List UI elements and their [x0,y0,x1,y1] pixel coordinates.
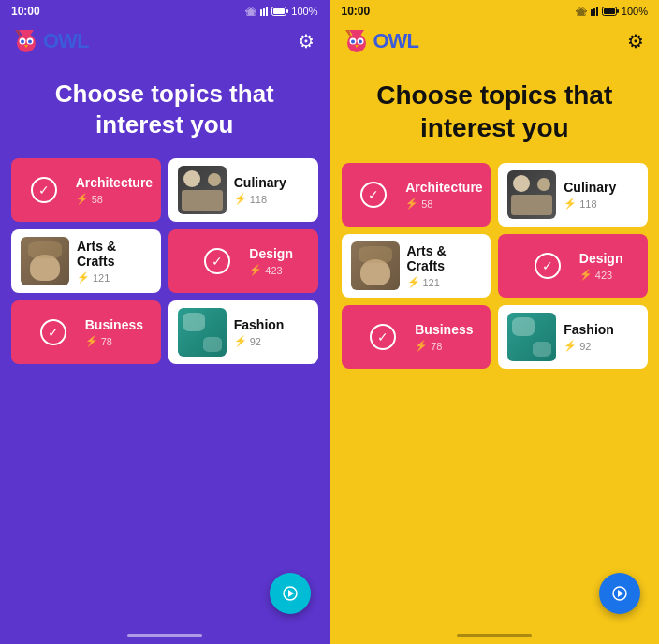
topic-count: ⚡78 [85,335,143,347]
bottom-indicator [457,634,532,637]
svg-point-27 [359,40,362,44]
status-icons: 100% [245,6,317,17]
topic-card[interactable]: Arts & Crafts ⚡121 [11,229,161,293]
topic-thumb [21,237,69,285]
topic-thumb [351,242,400,290]
topic-card[interactable]: Arts & Crafts ⚡121 [342,234,491,298]
topic-count: ⚡121 [77,271,152,284]
check-circle: ✓ [204,248,230,274]
topic-name: Design [579,251,623,266]
topic-count: ⚡121 [407,276,482,288]
topic-name: Architecture [405,180,482,195]
heading-text: Choose topics that interest you [353,79,637,144]
logo: OWL [11,28,88,54]
logo-text: OWL [373,29,418,53]
topics-grid: ✓ Architecture ⚡58 Culinary ⚡118 [330,163,660,369]
topic-card-checked[interactable]: ✓ Design ⚡423 [168,229,318,293]
top-bar: OWL ⚙ [330,22,660,60]
topic-thumb [507,170,556,219]
topic-card-checked[interactable]: ✓ Design ⚡423 [498,234,648,298]
top-bar: OWL ⚙ [0,22,330,60]
topic-thumb [507,313,556,361]
svg-rect-17 [596,7,598,16]
check-circle: ✓ [40,319,66,345]
topic-thumb [178,166,227,214]
phone-screen: 10:00 100% [0,0,330,644]
topic-card-checked[interactable]: ✓ Architecture ⚡58 [11,158,161,222]
bottom-indicator [127,634,202,637]
status-bar: 10:00 100% [0,0,330,22]
topic-count: ⚡58 [76,193,153,205]
topic-info: Architecture ⚡58 [76,175,153,205]
svg-point-12 [28,40,32,44]
logo: OWL [342,28,418,54]
topic-info: Design ⚡423 [249,246,293,276]
svg-rect-4 [273,8,285,14]
topic-count: ⚡423 [579,269,623,281]
svg-rect-0 [260,9,262,16]
topic-count: ⚡92 [234,335,285,347]
topic-name: Arts & Crafts [407,243,482,273]
owl-logo-icon [11,28,41,54]
fab-button[interactable] [599,573,640,614]
status-time: 10:00 [11,5,40,18]
topic-info: Business ⚡78 [85,317,143,347]
topic-count: ⚡92 [564,340,614,352]
svg-rect-19 [604,8,615,14]
fab-button[interactable] [270,573,311,614]
svg-rect-20 [617,9,619,13]
topic-info: Fashion ⚡92 [564,322,614,352]
topic-name: Arts & Crafts [77,239,152,269]
svg-point-26 [351,40,355,44]
svg-point-8 [17,34,36,52]
topic-name: Fashion [234,317,285,332]
topic-name: Design [249,246,293,261]
phone-screen: 10:00 100% [330,0,660,644]
topic-card[interactable]: Fashion ⚡92 [498,305,648,369]
svg-rect-16 [593,8,595,16]
topic-card-checked[interactable]: ✓ Architecture ⚡58 [342,163,491,227]
svg-rect-1 [263,8,265,16]
svg-point-11 [21,40,24,44]
topic-thumb [178,308,227,357]
topic-name: Fashion [564,322,614,337]
topic-card-checked[interactable]: ✓ Business ⚡78 [11,300,161,364]
svg-rect-15 [591,9,593,16]
gear-icon[interactable]: ⚙ [627,30,644,52]
gear-icon[interactable]: ⚙ [298,30,315,52]
heading: Choose topics that interest you [0,60,330,158]
topic-card[interactable]: Culinary ⚡118 [168,158,318,222]
topic-count: ⚡118 [234,193,286,205]
topic-info: Culinary ⚡118 [564,180,616,210]
topic-name: Culinary [564,180,616,195]
topic-name: Culinary [234,175,286,190]
check-circle: ✓ [360,182,387,208]
heading-text: Choose topics that interest you [22,79,307,139]
topic-info: Design ⚡423 [579,251,623,281]
topic-card[interactable]: Fashion ⚡92 [168,300,318,364]
logo-text: OWL [43,29,88,53]
svg-rect-2 [266,7,268,16]
topics-grid: ✓ Architecture ⚡58 Culinary ⚡118 [0,158,330,364]
topic-card-checked[interactable]: ✓ Business ⚡78 [342,305,491,369]
topic-name: Business [415,322,473,337]
topic-info: Business ⚡78 [415,322,473,352]
topic-info: Architecture ⚡58 [405,180,482,210]
status-time: 10:00 [342,5,371,18]
battery-text: 100% [622,6,648,17]
heading: Choose topics that interest you [330,60,660,163]
battery-text: 100% [291,6,317,17]
topic-info: Fashion ⚡92 [234,317,285,347]
topic-count: ⚡118 [564,198,616,210]
status-bar: 10:00 100% [330,0,660,22]
check-circle: ✓ [535,253,561,279]
topic-name: Architecture [76,175,153,190]
owl-logo-icon [342,28,372,54]
check-circle: ✓ [31,177,57,203]
topic-info: Arts & Crafts ⚡121 [407,243,482,288]
topic-count: ⚡423 [249,264,293,276]
check-circle: ✓ [370,324,396,350]
topic-info: Culinary ⚡118 [234,175,286,205]
svg-rect-5 [286,9,288,13]
topic-card[interactable]: Culinary ⚡118 [498,163,648,227]
